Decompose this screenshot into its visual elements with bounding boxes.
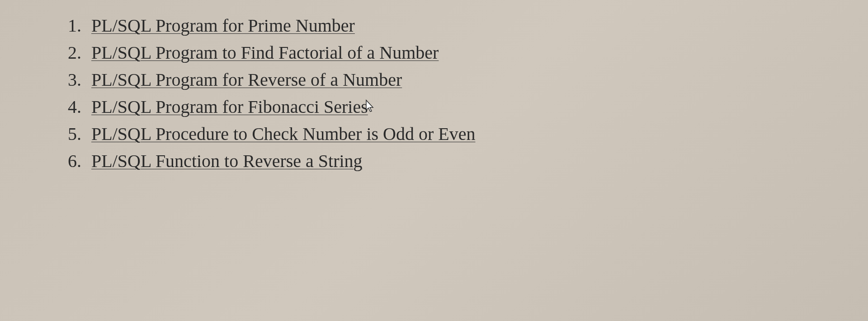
link-fibonacci[interactable]: PL/SQL Program for Fibonacci Series (91, 95, 368, 119)
list-number: 5. (59, 122, 81, 146)
link-factorial[interactable]: PL/SQL Program to Find Factorial of a Nu… (91, 41, 439, 65)
list-item: 6. PL/SQL Function to Reverse a String (59, 149, 868, 173)
numbered-list: 1. PL/SQL Program for Prime Number 2. PL… (59, 14, 868, 173)
list-number: 1. (59, 14, 81, 38)
list-item: 5. PL/SQL Procedure to Check Number is O… (59, 122, 868, 146)
list-number: 3. (59, 68, 81, 92)
list-number: 6. (59, 149, 81, 173)
link-odd-even[interactable]: PL/SQL Procedure to Check Number is Odd … (91, 122, 475, 146)
list-item: 2. PL/SQL Program to Find Factorial of a… (59, 41, 868, 65)
list-item: 1. PL/SQL Program for Prime Number (59, 14, 868, 38)
list-item: 4. PL/SQL Program for Fibonacci Series (59, 95, 868, 119)
list-number: 4. (59, 95, 81, 119)
list-item: 3. PL/SQL Program for Reverse of a Numbe… (59, 68, 868, 92)
link-reverse-string[interactable]: PL/SQL Function to Reverse a String (91, 149, 363, 173)
link-prime-number[interactable]: PL/SQL Program for Prime Number (91, 14, 355, 38)
cursor-icon (364, 95, 375, 119)
list-number: 2. (59, 41, 81, 65)
link-reverse-number[interactable]: PL/SQL Program for Reverse of a Number (91, 68, 402, 92)
